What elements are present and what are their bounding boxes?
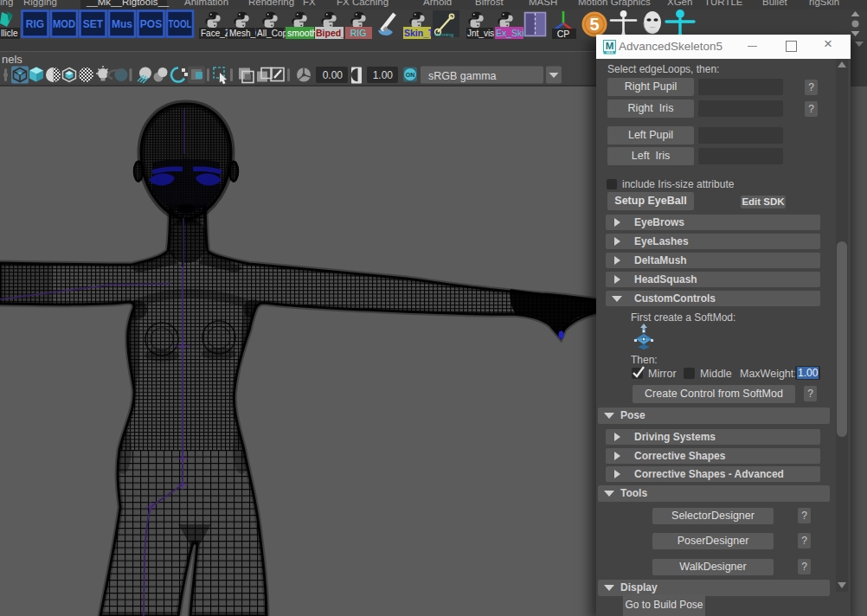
- svg-text:Mus: Mus: [112, 18, 132, 30]
- svg-text:sRGB gamma: sRGB gamma: [428, 70, 497, 82]
- svg-text:M: M: [606, 41, 614, 51]
- svg-text:5: 5: [589, 15, 599, 34]
- svg-text:0.00: 0.00: [323, 69, 344, 81]
- svg-text:CP: CP: [557, 29, 570, 39]
- svg-text:skinning: skinning: [434, 32, 453, 37]
- svg-text:Jnt_vis: Jnt_vis: [467, 29, 494, 38]
- svg-text:All_Cop: All_Cop: [257, 29, 287, 38]
- svg-text:SET: SET: [83, 18, 104, 30]
- svg-text:RIG: RIG: [350, 28, 367, 38]
- svg-text:smooth: smooth: [287, 28, 318, 38]
- svg-text:RIG: RIG: [26, 18, 44, 30]
- svg-text:Biped_: Biped_: [316, 28, 346, 38]
- svg-text:MOD: MOD: [53, 18, 75, 30]
- svg-text:TOOL: TOOL: [169, 18, 192, 30]
- svg-text:MAYA: MAYA: [606, 51, 613, 55]
- svg-text:ON: ON: [406, 72, 415, 78]
- svg-text:llicle: llicle: [1, 29, 18, 38]
- svg-text:1.00: 1.00: [373, 69, 394, 81]
- svg-text:POS: POS: [140, 18, 162, 30]
